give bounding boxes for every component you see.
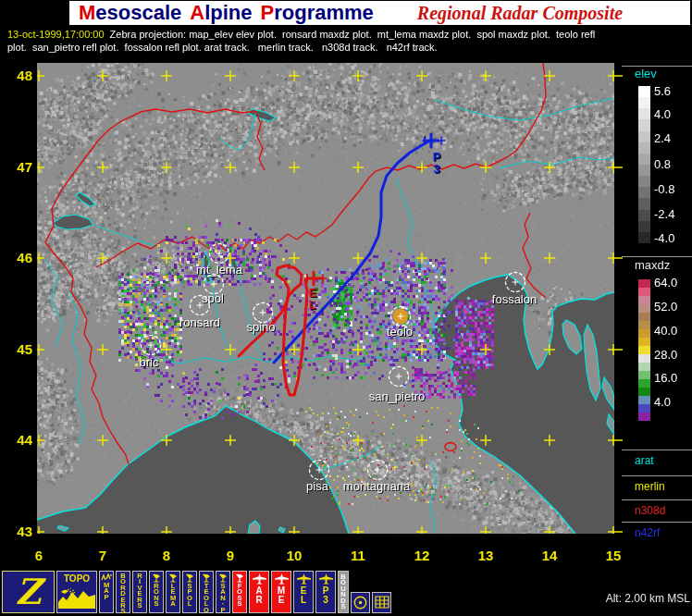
teolo-button-label: TEOLO [204,584,209,613]
elev-tick-label: -4.0 [654,231,674,245]
grid-icon [375,596,389,609]
rivers-button[interactable]: RIVERS [132,571,147,613]
elev-colorbar [638,86,650,243]
plot-description-line1: Zebra projection: map_elev elev plot. ro… [110,29,596,40]
lon-label-10: 10 [280,548,308,563]
sidebar-divider [622,450,692,450]
lema-button[interactable]: LEMA [166,571,180,613]
lat-label-48: 48 [5,68,32,83]
spol-button[interactable]: SPOL [182,571,197,613]
lon-label-12: 12 [408,548,436,563]
grid-button[interactable] [372,592,391,613]
fossalon-button[interactable]: FOSS [232,571,247,613]
bounds-button-label: BOUNDS [340,574,346,610]
maxdz-colorbar [638,279,650,421]
map-button[interactable]: MAP [99,571,114,613]
plane-icon [253,573,266,585]
altitude-readout: Alt: 2.00 km MSL [581,592,690,605]
elev-tick-label: -0.8 [654,182,674,196]
merlin-button[interactable]: ME [271,571,291,613]
sidebar-divider [622,499,692,500]
lon-label-8: 8 [153,548,180,563]
plot-description-line2: plot. san_pietro refl plot. fossalon ref… [7,42,438,53]
lat-label-45: 45 [5,341,32,357]
sun-symbol-button[interactable] [351,592,370,613]
elev-tick-label: 0.8 [654,157,671,171]
p3-button[interactable]: P3 [315,571,336,613]
electra-button-label: EL [301,586,307,604]
sidebar-divider [622,66,692,67]
status-bar: 13-oct-1999,17:00:00Zebra projection: ma… [7,28,692,54]
lat-label-47: 47 [5,159,32,175]
maxdz-tick-label: 40.0 [654,324,677,338]
merlin-button-label: ME [278,586,285,604]
maxdz-tick-label: 28.0 [654,348,677,362]
zebra-radar-display: MesoscaleAlpineProgramme Regional Radar … [0,0,692,616]
lat-label-43: 43 [5,524,32,539]
maxdz-tick-label: 52.0 [654,300,677,314]
map-canvas[interactable] [0,0,692,616]
arat-button-label: AR [255,586,262,604]
track-legend-merlin: merlin [635,480,665,493]
track-legend-n308d: n308d [635,504,665,517]
plane-icon [319,573,333,585]
lema-button-label: LEMA [170,584,176,608]
elev-tick-label: 2.4 [654,131,671,145]
plane-icon [297,573,311,585]
elev-colorbar-label: elev [635,67,657,80]
elev-tick-label: 4.0 [654,107,671,121]
lat-label-46: 46 [5,250,32,265]
app-subtitle: Regional Radar Composite [417,3,623,24]
track-legend-n42rf: n42rf [635,526,660,539]
lon-label-13: 13 [472,548,500,563]
ronsard-button[interactable]: RONS [149,571,164,613]
maxdz-colorbar-label: maxdz [635,258,670,272]
title-bar: MesoscaleAlpineProgramme Regional Radar … [69,1,690,25]
zebra-z-icon: Z [16,573,42,610]
toolbar: ZTOPOMAPBORDERSRIVERSRONSLEMASPOLTEOLOSA… [2,570,391,613]
app-title: MesoscaleAlpineProgramme [79,1,382,25]
lon-label-14: 14 [536,548,563,563]
title-word: Programme [261,1,374,24]
circle-dot-icon [352,595,368,610]
lon-label-7: 7 [89,548,117,563]
track-legend-arat: arat [635,454,654,467]
san-pietro-button-label: SAN·P [220,584,225,613]
bounds-button[interactable]: BOUNDS [338,571,349,613]
sidebar-divider [622,522,692,523]
timestamp: 13-oct-1999,17:00:00 [7,29,105,40]
sidebar-divider [622,475,692,476]
maxdz-tick-label: 4.0 [654,395,671,409]
topo-art-icon [58,584,95,609]
san-pietro-button[interactable]: SAN·P [216,571,230,613]
map-button-label: MAP [104,583,109,600]
rivers-button-label: RIVERS [137,573,142,609]
borders-button[interactable]: BORDERS [116,571,130,613]
ronsard-button-label: RONS [154,584,159,608]
topo-button-label: TOPO [64,573,90,584]
p3-button-label: P3 [323,586,329,604]
maxdz-tick-label: 64.0 [654,276,677,290]
topo-button[interactable]: TOPO [56,571,97,613]
title-word: Alpine [190,1,252,24]
title-word: Mesoscale [79,1,181,24]
maxdz-tick-label: 16.0 [654,371,677,385]
fossalon-button-label: FOSS [237,584,242,608]
plane-icon [275,573,289,585]
elev-tick-label: -2.4 [654,207,674,221]
zebra-logo-button[interactable]: Z [2,571,55,613]
spol-button-label: SPOL [187,584,192,608]
arat-button[interactable]: AR [249,571,269,613]
lon-label-15: 15 [599,548,627,563]
elev-tick-label: 5.6 [654,84,671,98]
teolo-button[interactable]: TEOLO [199,571,214,613]
electra-button[interactable]: EL [293,571,314,613]
lon-label-11: 11 [344,548,372,563]
lon-label-6: 6 [25,548,53,563]
borders-button-label: BORDERS [120,573,126,615]
sidebar-divider [622,256,692,257]
lat-label-44: 44 [5,432,32,448]
lon-label-9: 9 [216,548,244,563]
